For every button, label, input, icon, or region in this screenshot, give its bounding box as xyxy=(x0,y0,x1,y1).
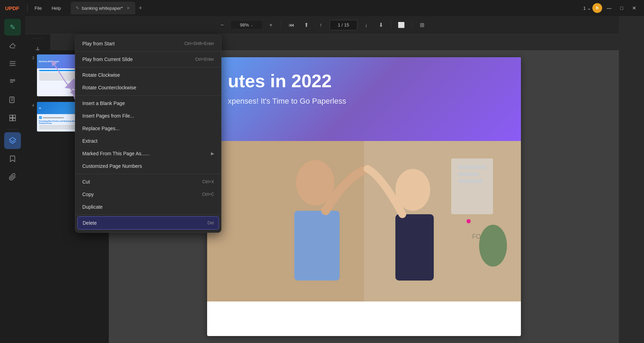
svg-rect-14 xyxy=(294,211,340,281)
left-sidebar: ✎ xyxy=(0,16,25,343)
pdf-header-banner: utes in 2022 xpenses! It's Time to Go Pa… xyxy=(207,57,521,141)
zoom-level-display: 98% xyxy=(240,22,249,28)
context-rotate-cw-label: Rotate Clockwise xyxy=(82,72,120,78)
tab-title: banking whitepaper* xyxy=(82,6,123,11)
toolbar-divider-1 xyxy=(281,21,281,29)
context-play-current-shortcut: Ctrl+Enter xyxy=(195,57,214,62)
svg-rect-20 xyxy=(458,179,483,183)
context-replace-label: Replace Pages... xyxy=(82,126,120,131)
context-play-start-label: Play from Start xyxy=(82,41,115,46)
context-duplicate[interactable]: Duplicate xyxy=(75,201,221,213)
menu-help[interactable]: Help xyxy=(47,4,65,12)
context-play-current-label: Play from Current Slide xyxy=(82,57,133,62)
context-customized-page-numbers[interactable]: Customized Page Numbers xyxy=(75,160,221,172)
tab-doc-icon: ✎ xyxy=(76,6,79,10)
thumb-number-3: 3 xyxy=(29,56,34,60)
menu-bar: File Help xyxy=(30,4,65,12)
context-marked-from-page[interactable]: Marked From This Page As...... ▶ xyxy=(75,147,221,160)
title-bar: UPDF File Help ✎ banking whitepaper* ✕ +… xyxy=(0,0,644,16)
pdf-subtitle: xpenses! It's Time to Go Paperless xyxy=(228,97,500,106)
zoom-control[interactable]: 98% ⌄ xyxy=(231,21,262,29)
sidebar-item-edit[interactable]: ✎ xyxy=(4,19,21,36)
divider-1 xyxy=(27,5,28,12)
close-button[interactable]: ✕ xyxy=(629,2,640,14)
tab-bar: ✎ banking whitepaper* ✕ + xyxy=(71,2,583,14)
svg-rect-12 xyxy=(207,141,364,301)
context-rotate-counterclockwise[interactable]: Rotate Counterclockwise xyxy=(75,81,221,94)
context-custom-page-label: Customized Page Numbers xyxy=(82,163,142,169)
next-page-down-button[interactable]: ⬇ xyxy=(375,19,387,31)
sidebar-item-edit-doc[interactable] xyxy=(4,91,21,108)
context-cut-shortcut: Ctrl+X xyxy=(202,179,214,184)
context-menu: Play from Start Ctrl+Shift+Enter Play fr… xyxy=(75,35,221,233)
sidebar-item-bookmark[interactable] xyxy=(4,150,21,167)
presentation-button[interactable]: ⬜ xyxy=(395,19,407,31)
context-replace-pages[interactable]: Replace Pages... xyxy=(75,122,221,135)
title-bar-controls: 1 ⌄ h — □ ✕ xyxy=(583,2,640,14)
page-count-display: 1 ⌄ xyxy=(583,6,591,11)
tab-close-button[interactable]: ✕ xyxy=(126,5,130,11)
sidebar-item-attachment[interactable] xyxy=(4,169,21,185)
svg-line-9 xyxy=(53,62,64,80)
context-cut-label: Cut xyxy=(82,179,90,185)
context-insert-file-label: Insert Pages from File... xyxy=(82,113,134,119)
svg-marker-8 xyxy=(9,137,16,142)
svg-point-22 xyxy=(467,219,471,223)
sidebar-item-layout[interactable] xyxy=(4,110,21,126)
svg-rect-5 xyxy=(13,115,15,118)
tab-banking-whitepaper[interactable]: ✎ banking whitepaper* ✕ xyxy=(71,2,135,14)
context-duplicate-label: Duplicate xyxy=(82,204,103,210)
page-chevron[interactable]: ⌄ xyxy=(587,6,591,11)
sidebar-item-text[interactable] xyxy=(4,73,21,90)
separator-1 xyxy=(75,51,221,52)
zoom-in-button[interactable]: + xyxy=(265,19,277,31)
context-arrow-icon: ▶ xyxy=(211,151,214,156)
context-copy[interactable]: Copy Ctrl+C xyxy=(75,188,221,201)
context-play-from-start[interactable]: Play from Start Ctrl+Shift+Enter xyxy=(75,37,221,50)
menu-file[interactable]: File xyxy=(30,4,46,12)
svg-rect-7 xyxy=(13,118,15,121)
first-page-button[interactable]: ⏮ xyxy=(286,19,297,31)
svg-rect-6 xyxy=(10,118,12,121)
pdf-title: utes in 2022 xyxy=(228,71,500,91)
context-delete[interactable]: Delete Del xyxy=(77,216,219,230)
toolbar-divider-2 xyxy=(391,21,391,29)
context-extract-label: Extract xyxy=(82,138,98,144)
context-rotate-ccw-label: Rotate Counterclockwise xyxy=(82,85,136,90)
svg-rect-4 xyxy=(10,115,12,118)
minimize-button[interactable]: — xyxy=(604,2,615,14)
thumb-number-4: 4 xyxy=(29,103,34,107)
svg-rect-19 xyxy=(458,172,479,176)
prev-page-button[interactable]: ↑ xyxy=(315,19,327,31)
current-page: 1 xyxy=(583,6,586,11)
context-insert-blank-label: Insert a Blank Page xyxy=(82,100,125,106)
context-insert-from-file[interactable]: Insert Pages from File... xyxy=(75,110,221,122)
svg-text:FO: FO xyxy=(472,233,481,240)
right-divider-1 xyxy=(32,38,43,39)
sidebar-item-eraser[interactable] xyxy=(4,37,21,54)
context-marked-label: Marked From This Page As...... xyxy=(82,151,150,156)
svg-rect-18 xyxy=(458,165,486,169)
split-view-button[interactable]: ⊞ xyxy=(416,19,428,31)
add-tab-button[interactable]: + xyxy=(135,3,146,13)
context-delete-shortcut: Del xyxy=(207,221,214,225)
zoom-out-button[interactable]: − xyxy=(216,19,228,31)
zoom-dropdown-icon[interactable]: ⌄ xyxy=(250,23,253,27)
context-rotate-clockwise[interactable]: Rotate Clockwise xyxy=(75,69,221,81)
prev-page-up-button[interactable]: ⬆ xyxy=(300,19,312,31)
sidebar-item-layers[interactable] xyxy=(4,132,21,149)
user-avatar[interactable]: h xyxy=(592,3,602,13)
next-page-button[interactable]: ↓ xyxy=(360,19,372,31)
left-sidebar-divider xyxy=(7,129,18,129)
context-insert-blank-page[interactable]: Insert a Blank Page xyxy=(75,97,221,110)
pdf-page: utes in 2022 xpenses! It's Time to Go Pa… xyxy=(207,57,521,336)
context-cut[interactable]: Cut Ctrl+X xyxy=(75,176,221,188)
context-delete-label: Delete xyxy=(83,220,97,226)
context-play-current-slide[interactable]: Play from Current Slide Ctrl+Enter xyxy=(75,53,221,66)
context-extract[interactable]: Extract xyxy=(75,135,221,147)
maximize-button[interactable]: □ xyxy=(616,2,627,14)
toolbar: − 98% ⌄ + ⏮ ⬆ ↑ 1 / 15 ↓ ⬇ ⬜ ⊞ xyxy=(25,16,619,34)
sidebar-item-list[interactable] xyxy=(4,55,21,72)
context-copy-label: Copy xyxy=(82,192,94,197)
page-input[interactable]: 1 / 15 xyxy=(329,20,357,30)
